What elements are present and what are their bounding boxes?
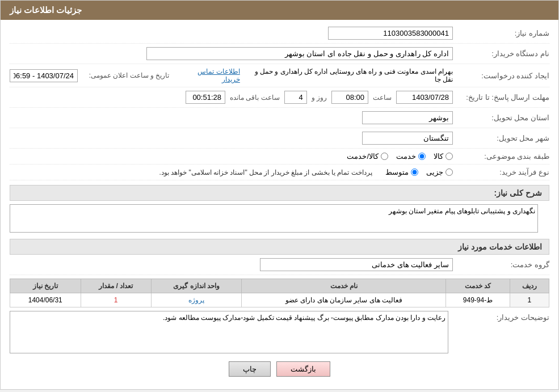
reply-date-input[interactable]	[396, 91, 453, 104]
service-group-value-col	[10, 258, 453, 271]
category-radio-khadamat[interactable]	[418, 153, 426, 160]
buyer-org-row: نام دستگاه خریدار:	[10, 47, 549, 64]
category-option-khadamat[interactable]: خدمت	[396, 152, 426, 161]
purchase-radio-motavaset[interactable]	[411, 168, 418, 176]
cell-date-1: 1404/06/31	[10, 293, 81, 307]
purchase-type-label: نوع فرآیند خرید:	[453, 168, 549, 176]
col-header-date: تاریخ نیاز	[10, 279, 81, 293]
buyer-notes-area: توضیحات خریدار: رعایت و دارا بودن مدارک …	[10, 311, 549, 353]
reply-date-row: مهلت ارسال پاسخ: تا تاریخ: ساعت روز و سا…	[10, 91, 549, 108]
service-group-label: گروه خدمت:	[453, 260, 549, 269]
category-label-kala: کالا	[434, 152, 443, 161]
creator-value-col: بهرام اسدی معاونت فنی و راه های روستایی …	[10, 68, 453, 83]
need-number-value-col	[10, 27, 453, 40]
purchase-label-jozi: جزیی	[426, 168, 443, 176]
category-value-col: کالا خدمت کالا/خدمت	[10, 152, 453, 161]
services-section-label: اطلاعات خدمات مورد نیاز	[458, 242, 542, 251]
need-number-label: شماره نیاز:	[453, 29, 549, 37]
reply-days-input[interactable]	[284, 91, 307, 104]
purchase-note: پرداخت تمام یا بخشی از مبلغ خریدار از مح…	[159, 168, 372, 176]
reply-remaining-label: ساعت باقی مانده	[230, 94, 280, 102]
city-label: شهر محل تحویل:	[453, 134, 549, 142]
city-row: شهر محل تحویل:	[10, 132, 549, 149]
contact-link[interactable]: اطلاعات تماس خریدار	[183, 68, 240, 83]
purchase-label-motavaset: متوسط	[385, 168, 409, 176]
col-header-code: کد خدمت	[446, 279, 510, 293]
city-value-col	[10, 132, 453, 145]
category-radio-group: کالا خدمت کالا/خدمت	[347, 152, 453, 161]
services-table: ردیف کد خدمت نام خدمت واحد اندازه گیری ت…	[10, 279, 549, 307]
need-desc-section-label: شرح کلی نیاز:	[494, 188, 542, 197]
reply-time-label: ساعت	[373, 94, 392, 102]
category-option-both[interactable]: کالا/خدمت	[347, 152, 388, 161]
purchase-radio-jozi[interactable]	[445, 168, 453, 176]
back-button[interactable]: بازگشت	[276, 361, 330, 377]
need-desc-textarea[interactable]: نگهداری و پشتیبانی تابلوهای پیام متغیر ا…	[10, 204, 538, 233]
province-value-col	[10, 111, 453, 124]
category-row: طبقه بندی موضوعی: کالا خدمت کالا/خدمت	[10, 152, 549, 165]
services-section-header: اطلاعات خدمات مورد نیاز	[10, 239, 549, 255]
need-number-row: شماره نیاز:	[10, 27, 549, 44]
service-group-row: گروه خدمت:	[10, 258, 549, 275]
category-radio-kala[interactable]	[445, 153, 453, 160]
reply-days-label: روز و	[312, 94, 327, 102]
buyer-org-input[interactable]	[146, 47, 453, 60]
category-label-both: کالا/خدمت	[347, 152, 379, 161]
province-label: استان محل تحویل:	[453, 113, 549, 122]
buyer-notes-textarea[interactable]: رعایت و دارا بودن مدارک مطابق پیوست- برگ…	[10, 311, 448, 353]
buyer-org-value-col	[10, 47, 453, 60]
purchase-option-jozi[interactable]: جزیی	[426, 168, 453, 176]
page-wrapper: جزئیات اطلاعات نیاز شماره نیاز: نام دستگ…	[0, 0, 559, 390]
category-option-kala[interactable]: کالا	[434, 152, 453, 161]
cell-row-1: 1	[510, 293, 549, 307]
creator-value: بهرام اسدی معاونت فنی و راه های روستایی …	[251, 68, 453, 83]
need-desc-section-header: شرح کلی نیاز:	[10, 185, 549, 201]
purchase-type-value-col: جزیی متوسط پرداخت تمام یا بخشی از مبلغ خ…	[10, 168, 453, 176]
reply-date-label: مهلت ارسال پاسخ: تا تاریخ:	[453, 93, 549, 102]
need-desc-area: نگهداری و پشتیبانی تابلوهای پیام متغیر ا…	[10, 204, 549, 234]
purchase-type-row: نوع فرآیند خرید: جزیی متوسط پرداخت تمام …	[10, 168, 549, 180]
button-group: بازگشت چاپ	[10, 361, 549, 377]
cell-qty-1: 1	[81, 293, 151, 307]
need-number-input[interactable]	[328, 27, 453, 40]
col-header-unit: واحد اندازه گیری	[151, 279, 241, 293]
purchase-radio-group: جزیی متوسط	[385, 168, 453, 176]
cell-name-1: فعالیت های سایر سازمان های دارای عضو	[242, 293, 446, 307]
table-row: 1 ط-94-949 فعالیت های سایر سازمان های دا…	[10, 293, 549, 307]
service-group-input[interactable]	[260, 258, 453, 271]
creator-label: ایجاد کننده درخواست:	[453, 71, 549, 80]
table-header-row: ردیف کد خدمت نام خدمت واحد اندازه گیری ت…	[10, 279, 549, 293]
reply-remaining-input[interactable]	[186, 91, 225, 104]
content-area: شماره نیاز: نام دستگاه خریدار: ایجاد کنن…	[1, 20, 558, 389]
province-row: استان محل تحویل:	[10, 111, 549, 128]
date-start-input[interactable]	[10, 69, 78, 82]
col-header-qty: تعداد / مقدار	[81, 279, 151, 293]
buyer-notes-label: توضیحات خریدار:	[453, 311, 549, 322]
page-title: جزئیات اطلاعات نیاز	[10, 5, 82, 15]
announce-date-row: ایجاد کننده درخواست: بهرام اسدی معاونت ف…	[10, 68, 549, 87]
category-label-khadamat: خدمت	[396, 152, 416, 161]
province-input[interactable]	[362, 111, 453, 124]
col-header-name: نام خدمت	[242, 279, 446, 293]
print-button[interactable]: چاپ	[229, 361, 271, 377]
reply-time-input[interactable]	[331, 91, 368, 104]
reply-date-value-col: ساعت روز و ساعت باقی مانده	[10, 91, 453, 104]
city-input[interactable]	[362, 132, 453, 145]
buyer-org-label: نام دستگاه خریدار:	[453, 49, 549, 58]
cell-unit-1: پروژه	[151, 293, 241, 307]
cell-code-1: ط-94-949	[446, 293, 510, 307]
page-header: جزئیات اطلاعات نیاز	[1, 1, 558, 20]
category-label: طبقه بندی موضوعی:	[453, 152, 549, 161]
col-header-row: ردیف	[510, 279, 549, 293]
date-announce-label: تاریخ و ساعت اعلان عمومی:	[89, 71, 170, 79]
category-radio-both[interactable]	[381, 153, 388, 160]
purchase-option-motavaset[interactable]: متوسط	[385, 168, 418, 176]
